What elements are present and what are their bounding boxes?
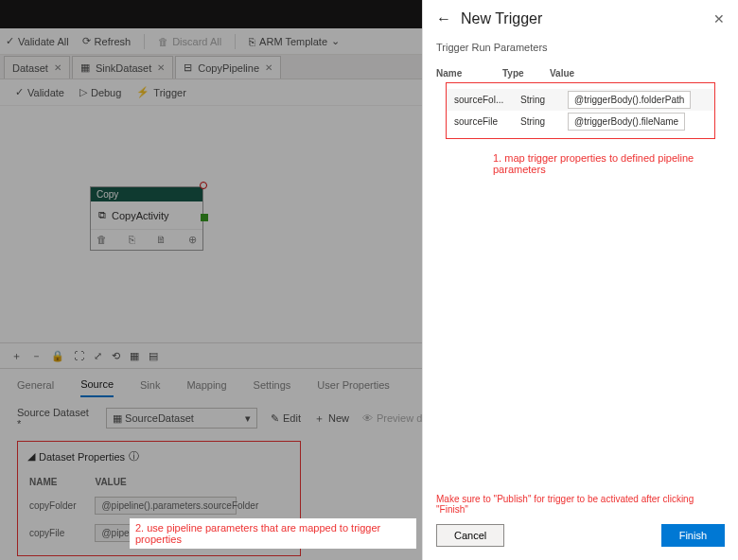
delete-icon[interactable]: 🗑: [97, 234, 107, 246]
lock-icon[interactable]: 🔒: [51, 350, 64, 362]
chevron-down-icon: ⌄: [331, 35, 340, 47]
status-dot-icon: [200, 182, 207, 189]
edit-link[interactable]: ✎ Edit: [271, 412, 301, 425]
subtab-mapping[interactable]: Mapping: [186, 374, 226, 396]
cancel-button[interactable]: Cancel: [436, 524, 504, 547]
debug-button[interactable]: ▷ Debug: [79, 86, 121, 98]
layout-icon[interactable]: ▤: [149, 350, 158, 362]
activity-body: ⧉CopyActivity: [91, 201, 202, 229]
copy-activity[interactable]: Copy ⧉CopyActivity 🗑 ⎘ 🗎 ⊕: [90, 186, 203, 251]
trigger-params-box: sourceFol... String @triggerBody().folde…: [446, 82, 715, 139]
subtab-sink[interactable]: Sink: [140, 374, 160, 396]
validate-button[interactable]: ✓ Validate: [15, 86, 64, 98]
source-dataset-label: Source Dataset *: [17, 407, 93, 429]
subtab-settings[interactable]: Settings: [254, 374, 291, 396]
activity-header: Copy: [91, 187, 202, 201]
subtab-general[interactable]: General: [17, 374, 54, 396]
col-name: NAME: [29, 473, 93, 491]
arm-template-dropdown[interactable]: ⎘ ARM Template ⌄: [249, 35, 340, 47]
param-row: sourceFile String @triggerBody().fileNam…: [454, 111, 707, 132]
close-icon[interactable]: ✕: [713, 11, 725, 26]
finish-button[interactable]: Finish: [661, 524, 725, 547]
info-icon[interactable]: ⓘ: [129, 449, 139, 464]
tab-sinkdataset[interactable]: ▦SinkDataset✕: [72, 56, 173, 79]
chevron-down-icon: ▾: [245, 412, 251, 425]
annotation-2: 2. use pipeline parameters that are mapp…: [130, 518, 416, 549]
pipeline-icon: ⊟: [184, 61, 192, 74]
clone-icon[interactable]: ⎘: [129, 234, 135, 246]
new-link[interactable]: ＋ New: [314, 411, 349, 426]
panel-section-label: Trigger Run Parameters: [423, 38, 738, 61]
collapse-icon[interactable]: ◢: [27, 450, 35, 463]
fit-icon[interactable]: ⛶: [74, 350, 84, 361]
reset-icon[interactable]: ⟲: [112, 350, 120, 362]
annotation-1: 1. map trigger properties to defined pip…: [480, 143, 738, 175]
dataset-properties-title: Dataset Properties: [39, 451, 125, 463]
param-value-input[interactable]: @triggerBody().folderPath: [568, 91, 691, 109]
close-icon[interactable]: ✕: [54, 62, 62, 73]
dataset-icon: ▦: [80, 61, 90, 74]
subtab-source[interactable]: Source: [80, 373, 114, 397]
tab-copypipeline[interactable]: ⊟CopyPipeline✕: [175, 56, 281, 79]
arrange-icon[interactable]: ⤢: [94, 350, 102, 362]
discard-all-button[interactable]: 🗑 Discard All: [158, 36, 221, 47]
validate-all-button[interactable]: ✓ Validate All: [6, 35, 69, 47]
connector-handle[interactable]: [201, 214, 208, 221]
value-input[interactable]: @pipeline().parameters.sourceFolder: [95, 497, 237, 515]
tab-dataset[interactable]: Dataset✕: [4, 56, 70, 79]
table-row: copyFolder@pipeline().parameters.sourceF…: [29, 493, 289, 518]
doc-icon[interactable]: 🗎: [156, 234, 167, 246]
trigger-button[interactable]: ⚡ Trigger: [136, 86, 185, 98]
zoom-in-icon[interactable]: ＋: [11, 349, 22, 363]
publish-note: Make sure to "Publish" for trigger to be…: [436, 494, 725, 515]
refresh-button[interactable]: ⟳ Refresh: [82, 35, 132, 47]
zoom-out-icon[interactable]: －: [31, 349, 42, 363]
activity-footer: 🗑 ⎘ 🗎 ⊕: [91, 229, 202, 250]
close-icon[interactable]: ✕: [157, 62, 165, 73]
param-row: sourceFol... String @triggerBody().folde…: [447, 89, 714, 111]
back-arrow-icon[interactable]: ←: [436, 10, 451, 27]
copy-icon: ⧉: [98, 209, 106, 221]
col-value: VALUE: [95, 473, 289, 491]
param-header-row: Name Type Value: [436, 64, 725, 82]
source-dataset-dropdown[interactable]: ▦ SourceDataset▾: [106, 408, 257, 429]
new-trigger-panel: ← New Trigger ✕ Trigger Run Parameters N…: [422, 0, 738, 560]
expand-icon[interactable]: ⊕: [188, 234, 197, 246]
panel-title: New Trigger: [461, 10, 542, 27]
close-icon[interactable]: ✕: [265, 62, 272, 73]
grid-icon[interactable]: ▦: [130, 350, 139, 362]
subtab-user-properties[interactable]: User Properties: [317, 374, 389, 396]
dataset-icon: ▦: [113, 412, 122, 424]
param-value-input[interactable]: @triggerBody().fileName: [568, 113, 685, 131]
